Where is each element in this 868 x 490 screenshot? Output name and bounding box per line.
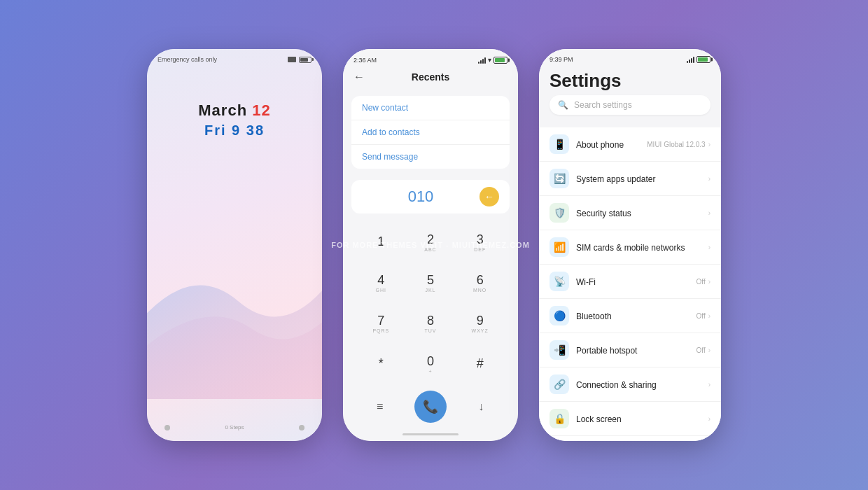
settings-title: Settings: [550, 70, 710, 92]
recents-item-new-contact[interactable]: New contact: [351, 96, 510, 120]
settings-item-wifi[interactable]: 📡 Wi-Fi Off ›: [539, 265, 721, 299]
footer-dot-left: [164, 425, 170, 430]
chevron-icon: ›: [708, 381, 710, 388]
system-apps-right: ›: [708, 175, 710, 183]
settings-item-security[interactable]: 🛡️ Security status ›: [539, 196, 721, 230]
dialpad-icon[interactable]: ≡: [369, 396, 391, 418]
key-9-num: 9: [477, 314, 484, 329]
settings-item-hotspot[interactable]: 📲 Portable hotspot Off ›: [539, 333, 721, 368]
clock-time: Fri 9 38: [204, 122, 265, 139]
key-hash-num: #: [477, 356, 484, 372]
key-5-letters: JKL: [425, 288, 435, 293]
key-5[interactable]: 5JKL: [407, 263, 455, 302]
share-settings-icon: 🔗: [550, 374, 569, 394]
settings-item-display[interactable]: 🌟 Display ›: [539, 436, 721, 441]
key-6-num: 6: [477, 273, 484, 288]
recents-item-send-message[interactable]: Send message: [351, 145, 510, 169]
lockscreen-screen: Emergency calls only March 12 Fri 9 38: [147, 49, 322, 441]
bluetooth-text: Bluetooth: [576, 309, 696, 322]
key-0-letters: +: [428, 369, 432, 374]
key-8[interactable]: 8TUV: [407, 304, 455, 343]
sim-status-icon: [288, 57, 296, 62]
connection-label: Connection & sharing: [576, 380, 657, 390]
bluetooth-label: Bluetooth: [576, 312, 612, 321]
key-8-letters: TUV: [424, 328, 436, 333]
key-hash[interactable]: #: [456, 344, 504, 384]
bluetooth-status: Off: [696, 312, 706, 320]
dialer-screen: 2:36 AM ▾ ← Recents: [343, 49, 518, 441]
lockscreen-footer: 0 Steps: [147, 424, 322, 430]
key-0-num: 0: [427, 354, 434, 370]
call-button[interactable]: 📞: [414, 391, 447, 423]
key-1-num: 1: [377, 234, 384, 250]
key-3[interactable]: 3DEF: [456, 223, 504, 262]
chevron-icon: ›: [708, 244, 710, 251]
key-4-letters: GHI: [376, 288, 386, 293]
key-2[interactable]: 2ABC: [407, 223, 455, 262]
about-phone-text: About phone: [576, 138, 647, 150]
dialer-status-icons: ▾: [478, 56, 507, 64]
number-text: 010: [362, 188, 479, 206]
settings-battery-icon: [696, 56, 710, 63]
settings-status-icons: [687, 56, 710, 63]
key-star-num: *: [379, 356, 384, 372]
settings-item-about-phone[interactable]: 📱 About phone MIUI Global 12.0.3 ›: [539, 127, 721, 162]
settings-title-area: Settings 🔍 Search settings: [539, 66, 721, 122]
wifi-text: Wi-Fi: [576, 275, 696, 288]
key-2-letters: ABC: [424, 247, 436, 252]
dialer-actions: ≡ 📞 ↓: [343, 387, 518, 430]
dialer-time: 2:36 AM: [354, 57, 377, 64]
key-7[interactable]: 7PQRS: [357, 304, 405, 343]
backspace-button[interactable]: ←: [479, 187, 499, 206]
battery-status-icon: [299, 57, 312, 63]
settings-item-connection[interactable]: 🔗 Connection & sharing ›: [539, 368, 721, 402]
recents-item-add-contacts[interactable]: Add to contacts: [351, 120, 510, 145]
system-apps-text: System apps updater: [576, 172, 708, 185]
search-bar[interactable]: 🔍 Search settings: [550, 95, 710, 115]
phone-lockscreen: Emergency calls only March 12 Fri 9 38: [147, 49, 322, 441]
chevron-icon: ›: [708, 209, 710, 217]
bluetooth-settings-icon: 🔵: [550, 306, 569, 326]
hotspot-status: Off: [696, 346, 706, 354]
lock-screen-right: ›: [708, 415, 710, 423]
signal-icon: [478, 57, 486, 64]
back-button[interactable]: ←: [354, 71, 365, 83]
key-6[interactable]: 6MNO: [456, 263, 504, 302]
sim-icon: 📶: [550, 237, 569, 257]
home-indicator: [402, 433, 458, 435]
key-0[interactable]: 0+: [407, 344, 455, 384]
chevron-icon: ›: [708, 415, 710, 423]
phone-dialer-wrapper: 2:36 AM ▾ ← Recents: [343, 49, 518, 441]
voicemail-icon[interactable]: ↓: [470, 396, 492, 418]
settings-item-sim[interactable]: 📶 SIM cards & mobile networks ›: [539, 230, 721, 265]
settings-item-system-apps[interactable]: 🔄 System apps updater ›: [539, 162, 721, 196]
key-3-num: 3: [477, 232, 484, 248]
key-9[interactable]: 9WXYZ: [456, 304, 504, 343]
signal-bar-3: [482, 59, 484, 64]
wifi-settings-icon: 📡: [550, 272, 569, 291]
wifi-right: Off ›: [696, 278, 711, 286]
settings-item-lock-screen[interactable]: 🔒 Lock screen ›: [539, 402, 721, 436]
hotspot-settings-icon: 📲: [550, 340, 569, 360]
settings-item-bluetooth[interactable]: 🔵 Bluetooth Off ›: [539, 299, 721, 333]
key-1[interactable]: 1: [357, 223, 405, 262]
lockscreen-status-icons: [288, 57, 312, 63]
security-right: ›: [708, 209, 710, 217]
key-4[interactable]: 4GHI: [357, 263, 405, 302]
clock-date: March 12: [198, 102, 270, 120]
bluetooth-right: Off ›: [696, 312, 711, 320]
search-icon: 🔍: [558, 100, 568, 110]
dialer-header: ← Recents: [343, 67, 518, 90]
send-message-label: Send message: [362, 152, 418, 162]
sim-right: ›: [708, 244, 710, 251]
key-9-letters: WXYZ: [472, 328, 489, 333]
chevron-icon: ›: [708, 312, 710, 320]
system-apps-label: System apps updater: [576, 174, 655, 184]
phone-icon: 📱: [550, 134, 569, 154]
emergency-calls-label: Emergency calls only: [158, 56, 217, 63]
key-7-letters: PQRS: [372, 328, 389, 333]
security-label: Security status: [576, 209, 631, 218]
wifi-status-icon: ▾: [488, 56, 491, 64]
key-star[interactable]: *: [357, 344, 405, 384]
recents-list: New contact Add to contacts Send message: [351, 96, 510, 169]
